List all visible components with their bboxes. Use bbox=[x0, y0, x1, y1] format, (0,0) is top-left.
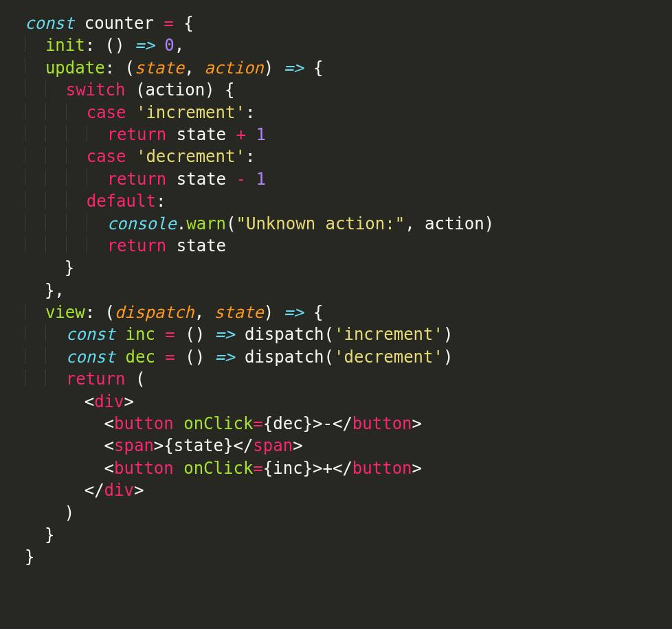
code-line[interactable]: } bbox=[25, 546, 658, 568]
code-token: switch bbox=[66, 80, 126, 100]
indent-space bbox=[46, 147, 66, 166]
code-token: = bbox=[164, 14, 173, 33]
code-token: dispatch( bbox=[234, 325, 334, 344]
code-line[interactable]: <button onClick={dec}>-</button> bbox=[25, 413, 658, 435]
code-token: return bbox=[107, 170, 167, 189]
code-token: => bbox=[215, 325, 235, 344]
code-token: 1 bbox=[256, 170, 265, 189]
code-token: : ( bbox=[85, 303, 115, 322]
indent-space bbox=[67, 103, 87, 122]
code-token: case bbox=[87, 103, 126, 122]
code-line[interactable]: return ( bbox=[25, 368, 658, 390]
indent-space bbox=[46, 325, 66, 344]
code-token: () bbox=[175, 347, 215, 367]
code-token: () bbox=[175, 325, 215, 344]
code-token: => bbox=[215, 347, 235, 367]
indent-space bbox=[87, 170, 107, 189]
code-token: < bbox=[25, 414, 114, 433]
code-token: const bbox=[25, 14, 74, 33]
code-token: case bbox=[87, 147, 126, 166]
code-token: = bbox=[165, 347, 175, 367]
code-line[interactable]: <span>{state}</span> bbox=[25, 435, 658, 457]
code-line[interactable]: return state bbox=[25, 235, 658, 257]
code-line[interactable]: init: () => 0, bbox=[25, 34, 658, 56]
code-line[interactable]: const dec = () => dispatch('decrement') bbox=[25, 346, 658, 368]
indent-space bbox=[46, 236, 66, 255]
code-token: 'increment' bbox=[136, 103, 245, 122]
code-token: ( bbox=[226, 214, 236, 233]
code-token: } bbox=[25, 258, 74, 277]
code-line[interactable]: const inc = () => dispatch('increment') bbox=[25, 323, 658, 345]
code-token: > bbox=[134, 481, 144, 500]
indent-space bbox=[25, 236, 45, 255]
code-editor[interactable]: const counter = { init: () => 0, update:… bbox=[0, 0, 672, 582]
code-line[interactable]: return state + 1 bbox=[25, 124, 658, 146]
code-token bbox=[174, 414, 183, 433]
code-token: 'decrement' bbox=[136, 147, 245, 166]
code-token: default bbox=[87, 192, 156, 211]
code-line[interactable]: } bbox=[25, 257, 658, 279]
code-line[interactable]: } bbox=[25, 524, 658, 546]
code-token: } bbox=[25, 547, 34, 567]
code-line[interactable]: view: (dispatch, state) => { bbox=[25, 301, 658, 323]
code-line[interactable]: console.warn("Unknown action:", action) bbox=[25, 213, 658, 235]
code-line[interactable]: </div> bbox=[25, 479, 658, 501]
indent-space bbox=[67, 192, 87, 211]
indent-space bbox=[67, 214, 87, 233]
code-token: dispatch( bbox=[234, 347, 334, 367]
code-line[interactable]: <div> bbox=[25, 391, 658, 413]
code-token: console bbox=[107, 214, 177, 233]
code-token: 0 bbox=[164, 36, 174, 55]
code-token: div bbox=[94, 392, 124, 411]
indent-space bbox=[67, 147, 87, 166]
code-token: : () bbox=[85, 36, 135, 55]
code-token: counter bbox=[74, 14, 164, 33]
indent-space bbox=[46, 214, 66, 233]
code-token: => bbox=[135, 36, 155, 55]
code-token: state bbox=[166, 170, 236, 189]
code-line[interactable]: }, bbox=[25, 279, 658, 301]
code-line[interactable]: return state - 1 bbox=[25, 168, 658, 190]
code-line[interactable]: const counter = { bbox=[25, 12, 658, 34]
indent-space bbox=[46, 125, 66, 144]
code-line[interactable]: case 'decrement': bbox=[25, 146, 658, 168]
code-token bbox=[155, 347, 165, 367]
code-token bbox=[155, 36, 164, 55]
code-line[interactable]: update: (state, action) => { bbox=[25, 57, 658, 79]
code-token: return bbox=[107, 236, 167, 255]
code-token bbox=[246, 125, 256, 144]
code-token: span bbox=[114, 436, 154, 455]
indent-space bbox=[67, 170, 87, 189]
code-token: state bbox=[166, 125, 236, 144]
code-token: : ( bbox=[105, 58, 135, 78]
code-token: update bbox=[45, 58, 105, 78]
code-token: > bbox=[293, 436, 302, 455]
indent-space bbox=[87, 125, 107, 144]
code-token: < bbox=[25, 436, 114, 455]
code-line[interactable]: default: bbox=[25, 190, 658, 212]
code-token bbox=[155, 325, 165, 344]
code-token: { bbox=[174, 14, 194, 33]
code-token: , bbox=[194, 303, 214, 322]
code-token: span bbox=[253, 436, 293, 455]
code-token bbox=[174, 459, 183, 478]
indent-space bbox=[25, 80, 45, 100]
code-token: + bbox=[236, 125, 245, 144]
indent-space bbox=[25, 58, 45, 78]
code-token: div bbox=[104, 481, 134, 500]
code-token: = bbox=[253, 414, 262, 433]
code-line[interactable]: <button onClick={inc}>+</button> bbox=[25, 457, 658, 479]
code-token: button bbox=[114, 459, 174, 478]
code-line[interactable]: switch (action) { bbox=[25, 79, 658, 101]
code-token: "Unknown action:" bbox=[236, 214, 405, 233]
code-token: {inc}>+</ bbox=[263, 459, 352, 478]
code-token: : bbox=[156, 192, 166, 211]
code-line[interactable]: case 'increment': bbox=[25, 102, 658, 124]
code-token: ) bbox=[25, 503, 74, 523]
code-token: dec bbox=[126, 347, 155, 367]
code-token: ) bbox=[443, 325, 453, 344]
code-token: : bbox=[245, 147, 255, 166]
indent-space bbox=[46, 369, 66, 389]
code-token: . bbox=[177, 214, 186, 233]
code-line[interactable]: ) bbox=[25, 502, 658, 524]
